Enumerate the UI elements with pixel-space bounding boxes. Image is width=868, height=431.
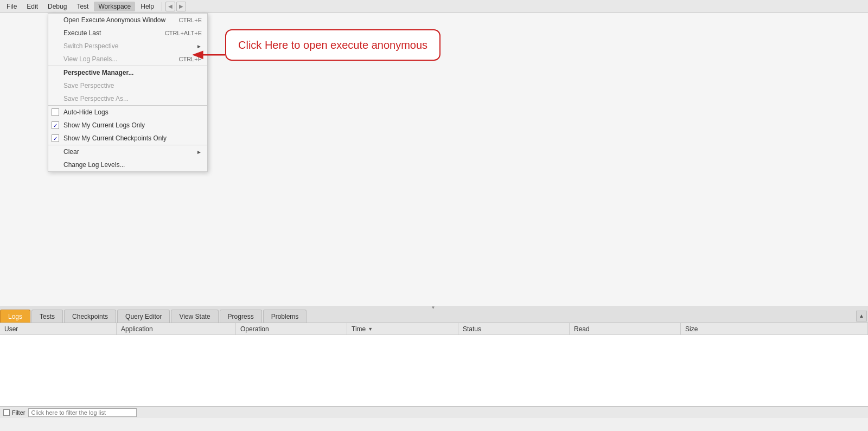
menu-help[interactable]: Help [136,2,158,11]
log-col-status-label: Status [463,325,481,333]
menu-item-perspective-manager-label: Perspective Manager... [63,69,133,76]
tab-progress[interactable]: Progress [220,310,262,323]
tab-logs[interactable]: Logs [0,310,30,323]
main-content-area: Open Execute Anonymous Window CTRL+E Exe… [0,13,868,306]
menu-item-switch-perspective-label: Switch Perspective [63,42,118,50]
tab-checkpoints[interactable]: Checkpoints [64,310,116,323]
bottom-panel: Logs Tests Checkpoints Query Editor View… [0,309,868,418]
menu-item-open-execute[interactable]: Open Execute Anonymous Window CTRL+E [48,14,207,27]
menu-edit[interactable]: Edit [22,2,42,11]
tab-tests[interactable]: Tests [31,310,63,323]
auto-hide-logs-checkbox [52,108,59,116]
log-col-user[interactable]: User [0,323,117,334]
log-table-area: User Application Operation Time ▼ Status… [0,323,868,418]
log-col-user-label: User [4,325,18,333]
workspace-dropdown-menu: Open Execute Anonymous Window CTRL+E Exe… [48,13,208,172]
show-my-logs-checkbox: ✓ [52,121,59,129]
filter-input[interactable] [28,408,137,417]
menu-test[interactable]: Test [72,2,93,11]
log-col-time-label: Time [352,325,366,333]
log-col-application[interactable]: Application [117,323,236,334]
nav-back-button[interactable]: ◀ [165,2,175,11]
tab-expand-button[interactable]: ▲ [856,311,867,321]
log-col-operation-label: Operation [240,325,269,333]
menu-item-view-log-panels-label: View Log Panels... [63,55,117,63]
menu-item-show-my-logs[interactable]: ✓ Show My Current Logs Only [48,119,207,132]
menu-item-save-perspective-as[interactable]: Save Perspective As... [48,92,207,105]
filter-checkbox-wrap: Filter [3,409,25,416]
menu-item-perspective-manager[interactable]: Perspective Manager... [48,66,207,79]
menu-item-clear[interactable]: Clear ► [48,145,207,158]
menu-debug[interactable]: Debug [43,2,71,11]
menu-item-save-perspective-as-label: Save Perspective As... [63,95,129,102]
log-col-application-label: Application [121,325,153,333]
menu-item-show-my-checkpoints[interactable]: ✓ Show My Current Checkpoints Only [48,132,207,145]
menu-item-open-execute-shortcut: CTRL+E [179,17,202,23]
log-col-operation[interactable]: Operation [236,323,347,334]
tab-problems[interactable]: Problems [263,310,307,323]
menu-item-save-perspective-label: Save Perspective [63,82,114,89]
tab-bar: Logs Tests Checkpoints Query Editor View… [0,309,868,323]
filter-label: Filter [12,409,25,416]
show-my-checkpoints-checkbox: ✓ [52,134,59,142]
sort-desc-icon: ▼ [368,326,373,332]
menu-item-auto-hide-logs[interactable]: Auto-Hide Logs [48,105,207,119]
menu-item-execute-last[interactable]: Execute Last CTRL+ALT+E [48,27,207,40]
menu-item-execute-last-label: Execute Last [63,29,101,37]
log-col-read[interactable]: Read [570,323,681,334]
log-col-read-label: Read [574,325,590,333]
menu-item-change-log-levels-label: Change Log Levels... [63,161,125,169]
menu-bar: File Edit Debug Test Workspace Help ◀ ▶ [0,0,868,13]
tab-view-state[interactable]: View State [171,310,218,323]
menu-item-auto-hide-logs-label: Auto-Hide Logs [63,108,108,116]
clear-submenu-arrow-icon: ► [196,149,202,155]
menu-item-change-log-levels[interactable]: Change Log Levels... [48,158,207,171]
menu-workspace[interactable]: Workspace [94,2,135,11]
callout-text: Click Here to open execute anonymous [238,38,427,52]
callout-tooltip: Click Here to open execute anonymous [225,29,441,61]
filter-checkbox[interactable] [3,409,10,416]
menu-item-clear-label: Clear [63,148,79,156]
menu-item-view-log-panels[interactable]: View Log Panels... CTRL+P [48,53,207,66]
callout-arrow-icon [193,41,226,63]
menu-item-switch-perspective[interactable]: Switch Perspective ► [48,40,207,53]
menu-file[interactable]: File [2,2,21,11]
log-col-size-label: Size [685,325,698,333]
log-col-size[interactable]: Size [681,323,868,334]
menu-item-open-execute-label: Open Execute Anonymous Window [63,16,165,24]
menu-item-show-my-logs-label: Show My Current Logs Only [63,121,145,129]
menu-item-show-my-checkpoints-label: Show My Current Checkpoints Only [63,134,167,142]
nav-forward-button[interactable]: ▶ [176,2,186,11]
menu-separator [162,2,162,11]
menu-item-save-perspective[interactable]: Save Perspective [48,79,207,92]
tab-query-editor[interactable]: Query Editor [117,310,170,323]
filter-bar: Filter [0,406,868,418]
log-table-header: User Application Operation Time ▼ Status… [0,323,868,335]
menu-item-execute-last-shortcut: CTRL+ALT+E [165,30,202,36]
log-col-time[interactable]: Time ▼ [347,323,458,334]
log-col-status[interactable]: Status [458,323,570,334]
